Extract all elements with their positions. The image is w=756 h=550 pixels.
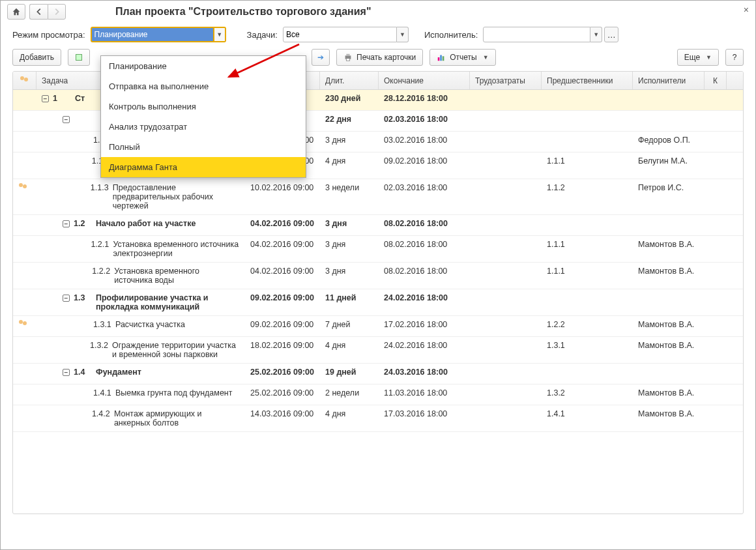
cell-k: [705, 236, 727, 262]
mode-combo[interactable]: ▼: [91, 27, 226, 42]
executor-ellipsis-button[interactable]: …: [604, 27, 618, 42]
task-name: Монтаж армирующих и анкерных болтов: [114, 409, 239, 427]
cell-labor: [470, 152, 542, 179]
svg-rect-5: [443, 56, 444, 61]
cell-exec: [633, 364, 705, 384]
cell-k: [705, 152, 727, 179]
expander-icon[interactable]: −: [42, 95, 49, 102]
cell-pred: 1.1.1: [542, 236, 633, 262]
cell-k: [705, 289, 727, 315]
cell-end: 24.02.2016 18:00: [379, 337, 470, 363]
cell-end: 02.03.2016 18:00: [379, 111, 470, 131]
col-header-pred[interactable]: Предшественники: [542, 72, 633, 89]
task-name: Выемка грунта под фундамент: [115, 388, 233, 398]
cell-exec: Мамонтов В.А.: [633, 337, 705, 363]
cell-start: 04.02.2016 09:00: [245, 263, 320, 289]
print-card-button[interactable]: Печать карточки: [336, 49, 423, 66]
cell-duration: 4 дня: [320, 337, 379, 363]
executor-input[interactable]: [483, 27, 590, 42]
table-row[interactable]: −1.2Начало работ на участке04.02.2016 09…: [13, 215, 743, 236]
cell-duration: 3 недели: [320, 179, 379, 214]
col-header-duration[interactable]: Длит.: [320, 72, 379, 89]
col-header-end[interactable]: Окончание: [379, 72, 470, 89]
cell-duration: 19 дней: [320, 364, 379, 384]
cell-labor: [470, 405, 542, 431]
mode-option[interactable]: Полный: [101, 137, 306, 157]
cell-start: 09.02.2016 09:00: [245, 289, 320, 315]
table-row[interactable]: 1.2.1Установка временного источника элек…: [13, 236, 743, 263]
cell-end: 03.02.2016 18:00: [379, 132, 470, 152]
mode-dropdown[interactable]: ПланированиеОтправка на выполнениеКонтро…: [100, 55, 306, 178]
tasks-dd-icon[interactable]: ▼: [397, 27, 409, 42]
expander-icon[interactable]: −: [63, 116, 70, 123]
mode-option[interactable]: Контроль выполнения: [101, 96, 306, 117]
cell-end: 17.03.2016 18:00: [379, 405, 470, 431]
toolbar-extra-button[interactable]: [68, 49, 90, 66]
cell-k: [705, 405, 727, 431]
task-number: 1.4.1: [93, 388, 111, 398]
cell-pred: 1.3.1: [542, 337, 633, 363]
cell-exec: [633, 111, 705, 131]
table-row[interactable]: −1.4Фундамент25.02.2016 09:0019 дней24.0…: [13, 364, 743, 384]
back-button[interactable]: [29, 4, 48, 20]
svg-rect-3: [438, 57, 440, 61]
mode-dd-icon[interactable]: ▼: [214, 27, 226, 42]
task-name: Ограждение территории участка и временно…: [112, 341, 239, 359]
cell-k: [705, 215, 727, 235]
forward-button[interactable]: [48, 4, 66, 20]
mode-input[interactable]: [91, 27, 214, 42]
task-number: 1: [53, 94, 71, 103]
mode-option[interactable]: Диаграмма Ганта: [101, 157, 306, 177]
task-name: Расчистка участка: [115, 320, 185, 329]
cell-end: 11.03.2016 18:00: [379, 384, 470, 405]
home-button[interactable]: [7, 4, 25, 20]
table-row[interactable]: 1.4.1Выемка грунта под фундамент25.02.20…: [13, 384, 743, 405]
cell-duration: 3 дня: [320, 236, 379, 262]
cell-end: 09.02.2016 18:00: [379, 152, 470, 179]
cell-pred: [542, 111, 633, 131]
table-row[interactable]: 1.3.2Ограждение территории участка и вре…: [13, 337, 743, 364]
cell-exec: [633, 289, 705, 315]
close-button[interactable]: ×: [744, 5, 749, 15]
task-number: 1.3.1: [93, 320, 111, 329]
cell-pred: 1.3.2: [542, 384, 633, 405]
task-name: Предоставление предварительных рабочих ч…: [113, 183, 239, 210]
col-header-labor[interactable]: Трудозатраты: [470, 72, 542, 89]
task-number: 1.4: [74, 368, 92, 377]
table-row[interactable]: 1.3.1Расчистка участка09.02.2016 09:007 …: [13, 316, 743, 337]
expander-icon[interactable]: −: [63, 220, 70, 227]
tasks-input[interactable]: [283, 27, 397, 42]
mode-option[interactable]: Планирование: [101, 56, 306, 76]
task-name: Установка временного источника воды: [114, 267, 239, 285]
col-header-icon[interactable]: [13, 72, 36, 89]
reports-button[interactable]: Отчеты▼: [429, 49, 495, 66]
table-row[interactable]: 1.2.2Установка временного источника воды…: [13, 263, 743, 289]
move-right-button[interactable]: ➔: [312, 49, 330, 66]
task-number: 1.2.1: [91, 240, 109, 249]
cell-duration: 3 дня: [320, 215, 379, 235]
cell-end: 08.02.2016 18:00: [379, 263, 470, 289]
add-button[interactable]: Добавить: [12, 49, 61, 66]
cell-labor: [470, 384, 542, 405]
cell-start: 04.02.2016 09:00: [245, 215, 320, 235]
help-button[interactable]: ?: [725, 49, 744, 66]
cell-start: 10.02.2016 09:00: [245, 179, 320, 214]
task-name: Фундамент: [96, 368, 141, 377]
mode-option[interactable]: Анализ трудозатрат: [101, 117, 306, 137]
table-row[interactable]: −1.3Профилирование участка и прокладка к…: [13, 289, 743, 316]
cell-k: [705, 90, 727, 110]
table-row[interactable]: 1.4.2Монтаж армирующих и анкерных болтов…: [13, 405, 743, 432]
more-button[interactable]: Еще▼: [677, 49, 719, 66]
tasks-combo[interactable]: ▼: [283, 27, 409, 42]
cell-end: 24.02.2016 18:00: [379, 289, 470, 315]
mode-option[interactable]: Отправка на выполнение: [101, 76, 306, 96]
table-row[interactable]: 1.1.3Предоставление предварительных рабо…: [13, 179, 743, 215]
col-header-exec[interactable]: Исполнители: [633, 72, 705, 89]
cell-k: [705, 132, 727, 152]
expander-icon[interactable]: −: [63, 295, 70, 302]
task-name: Профилирование участка и прокладка комму…: [96, 293, 239, 311]
executor-combo[interactable]: ▼: [483, 27, 602, 42]
col-header-k[interactable]: К: [705, 72, 727, 89]
expander-icon[interactable]: −: [63, 369, 70, 376]
executor-dd-icon[interactable]: ▼: [590, 27, 602, 42]
